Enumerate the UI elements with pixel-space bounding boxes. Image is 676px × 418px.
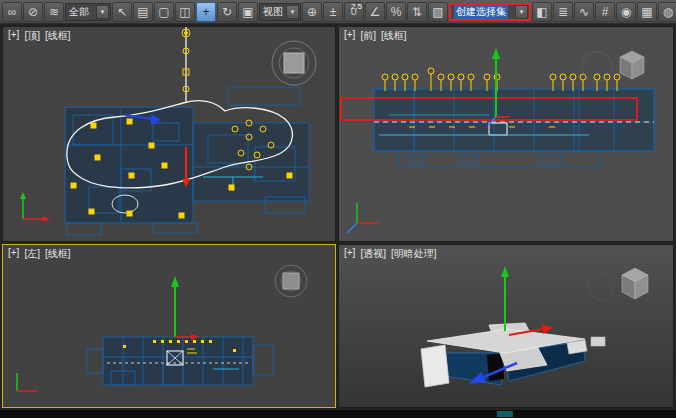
viewport-shading-button[interactable]: [线框] xyxy=(45,29,71,43)
wireframe-geometry xyxy=(87,337,273,385)
viewport-menu-button[interactable]: [+] xyxy=(344,247,355,261)
viewcube[interactable] xyxy=(588,268,648,300)
reference-coordinate-dropdown-arrow-icon[interactable]: ▼ xyxy=(286,5,299,19)
select-and-manipulate-icon[interactable]: ± xyxy=(323,2,343,22)
viewport-front[interactable]: [+] [前] [线框] xyxy=(338,26,674,242)
viewport-shading-button[interactable]: [线框] xyxy=(381,29,407,43)
3dsmax-window: ∞⊘≋全部▼↖▤▢◫+↻▣视图▼⊕±∪2.5∠%⇅▧创建选择集▼◧≣∿#◉▦◍ … xyxy=(0,0,676,418)
viewport-shading-button[interactable]: [线框] xyxy=(45,247,71,261)
viewport-menu-button[interactable]: [+] xyxy=(8,247,19,261)
viewcube[interactable] xyxy=(272,41,316,85)
reference-coordinate-dropdown-value: 视图 xyxy=(263,5,283,19)
angle-snap-icon[interactable]: ∠ xyxy=(365,2,385,22)
bottom-strip xyxy=(0,410,676,418)
viewport-menu-button[interactable]: [+] xyxy=(8,29,19,43)
unlink-selection-icon[interactable]: ⊘ xyxy=(23,2,43,22)
viewport-perspective-label: [+] [透视] [明暗处理] xyxy=(344,247,437,261)
viewport-pov-button[interactable]: [顶] xyxy=(24,29,40,43)
select-by-name-icon[interactable]: ▤ xyxy=(133,2,153,22)
align-icon[interactable]: ≣ xyxy=(553,2,573,22)
viewport-pov-button[interactable]: [透视] xyxy=(360,247,386,261)
select-and-link-icon[interactable]: ∞ xyxy=(2,2,22,22)
render-production-icon[interactable]: ◍ xyxy=(658,2,676,22)
selection-filter-dropdown-value: 全部 xyxy=(69,5,89,19)
selection-filter-dropdown-arrow-icon[interactable]: ▼ xyxy=(96,5,109,19)
curve-editor-icon[interactable]: ∿ xyxy=(574,2,594,22)
viewport-left[interactable]: [+] [左] [线框] xyxy=(2,244,336,408)
shaded-model xyxy=(421,323,605,387)
viewport-top[interactable]: [+] [顶] [线框] xyxy=(2,26,336,242)
mirror-icon[interactable]: ◧ xyxy=(532,2,552,22)
viewport-perspective[interactable]: [+] [透视] [明暗处理] xyxy=(338,244,674,408)
select-and-rotate-icon[interactable]: ↻ xyxy=(217,2,237,22)
select-and-scale-icon[interactable]: ▣ xyxy=(238,2,258,22)
percent-snap-icon[interactable]: % xyxy=(386,2,406,22)
viewport-left-label: [+] [左] [线框] xyxy=(8,247,71,261)
viewcube[interactable] xyxy=(275,265,307,297)
select-and-move-icon[interactable]: + xyxy=(196,2,216,22)
render-setup-icon[interactable]: ▦ xyxy=(637,2,657,22)
main-toolbar: ∞⊘≋全部▼↖▤▢◫+↻▣视图▼⊕±∪2.5∠%⇅▧创建选择集▼◧≣∿#◉▦◍ xyxy=(0,0,676,24)
viewport-shading-button[interactable]: [明暗处理] xyxy=(391,247,437,261)
wireframe-geometry xyxy=(374,89,654,167)
taskbar-sliver xyxy=(497,411,513,417)
use-pivot-point-icon[interactable]: ⊕ xyxy=(302,2,322,22)
viewport-menu-button[interactable]: [+] xyxy=(344,29,355,43)
selection-region-icon[interactable]: ▢ xyxy=(154,2,174,22)
edit-named-selection-icon[interactable]: ▧ xyxy=(428,2,448,22)
viewcube[interactable] xyxy=(582,51,644,82)
named-selection-dropdown[interactable]: 创建选择集▼ xyxy=(449,3,531,21)
material-editor-icon[interactable]: ◉ xyxy=(616,2,636,22)
top-viewport-canvas[interactable] xyxy=(3,27,336,242)
window-crossing-icon[interactable]: ◫ xyxy=(175,2,195,22)
front-viewport-canvas[interactable] xyxy=(339,27,674,242)
snaps-toggle-icon[interactable]: ∪2.5 xyxy=(344,2,364,22)
reference-coordinate-dropdown[interactable]: 视图▼ xyxy=(259,3,301,21)
viewport-pov-button[interactable]: [左] xyxy=(24,247,40,261)
world-axis xyxy=(17,373,37,391)
select-object-icon[interactable]: ↖ xyxy=(112,2,132,22)
named-selection-dropdown-arrow-icon[interactable]: ▼ xyxy=(515,5,528,19)
schematic-view-icon[interactable]: # xyxy=(595,2,615,22)
world-axis xyxy=(20,192,50,222)
snaps-toggle-icon-label: 2.5 xyxy=(351,3,362,11)
viewport-pov-button[interactable]: [前] xyxy=(360,29,376,43)
bind-to-space-warp-icon[interactable]: ≋ xyxy=(44,2,64,22)
named-selection-dropdown-value: 创建选择集 xyxy=(454,5,508,19)
selection-filter-dropdown[interactable]: 全部▼ xyxy=(65,3,111,21)
world-axis xyxy=(347,203,379,233)
left-viewport-canvas[interactable] xyxy=(3,245,335,407)
spinner-snap-icon[interactable]: ⇅ xyxy=(407,2,427,22)
transform-gizmo[interactable] xyxy=(171,276,199,340)
viewport-top-label: [+] [顶] [线框] xyxy=(8,29,71,43)
perspective-viewport-canvas[interactable] xyxy=(339,245,673,407)
viewport-front-label: [+] [前] [线框] xyxy=(344,29,407,43)
